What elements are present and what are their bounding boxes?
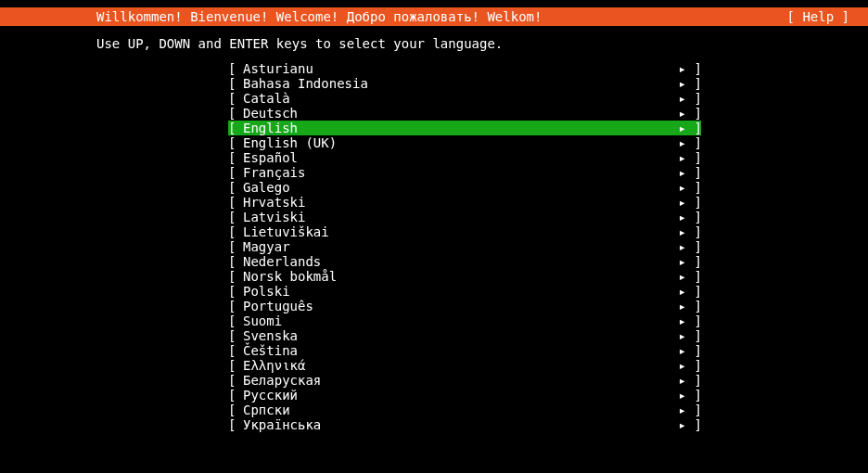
bracket-open: [ [228,181,243,194]
bracket-close: ] [686,359,701,372]
language-item[interactable]: [ Lietuviškai▸ ] [228,224,701,239]
language-label: Svenska [243,329,671,342]
bracket-close: ] [686,181,701,194]
bracket-open: [ [228,240,243,253]
bracket-close: ] [686,77,701,90]
language-label: Asturianu [243,62,671,75]
chevron-right-icon: ▸ [671,240,686,253]
chevron-right-icon: ▸ [671,181,686,194]
language-list: [ Asturianu▸ ][ Bahasa Indonesia▸ ][ Cat… [0,61,868,432]
language-item[interactable]: [ English▸ ] [228,121,701,135]
language-item[interactable]: [ Svenska▸ ] [228,328,701,343]
language-label: Українська [243,418,671,431]
bracket-close: ] [686,329,701,342]
bracket-open: [ [228,314,243,327]
language-item[interactable]: [ Suomi▸ ] [228,313,701,328]
language-item[interactable]: [ Ελληνικά▸ ] [228,358,701,373]
bracket-close: ] [686,344,701,357]
bracket-close: ] [686,92,701,105]
bracket-open: [ [228,121,243,134]
bracket-open: [ [228,225,243,238]
language-label: Беларуская [243,374,671,387]
language-label: Hrvatski [243,196,671,209]
bracket-close: ] [686,196,701,209]
language-item[interactable]: [ Asturianu▸ ] [228,61,701,76]
language-item[interactable]: [ Čeština▸ ] [228,343,701,358]
chevron-right-icon: ▸ [671,166,686,179]
bracket-open: [ [228,359,243,372]
language-item[interactable]: [ Українська▸ ] [228,417,701,432]
chevron-right-icon: ▸ [671,225,686,238]
bracket-open: [ [228,270,243,283]
bracket-open: [ [228,62,243,75]
chevron-right-icon: ▸ [671,285,686,298]
bracket-close: ] [686,211,701,224]
bracket-open: [ [228,151,243,164]
chevron-right-icon: ▸ [671,121,686,134]
language-label: Magyar [243,240,671,253]
bracket-open: [ [228,107,243,120]
bracket-close: ] [686,225,701,238]
bracket-close: ] [686,107,701,120]
bracket-close: ] [686,285,701,298]
language-item[interactable]: [ Español▸ ] [228,150,701,165]
language-item[interactable]: [ Српски▸ ] [228,403,701,417]
bracket-close: ] [686,374,701,387]
language-item[interactable]: [ Polski▸ ] [228,284,701,299]
language-item[interactable]: [ Português▸ ] [228,299,701,313]
bracket-open: [ [228,344,243,357]
bracket-close: ] [686,136,701,149]
bracket-open: [ [228,92,243,105]
language-label: English (UK) [243,136,671,149]
language-label: Русский [243,389,671,402]
chevron-right-icon: ▸ [671,359,686,372]
language-item[interactable]: [ Galego▸ ] [228,180,701,195]
bracket-open: [ [228,255,243,268]
chevron-right-icon: ▸ [671,196,686,209]
language-item[interactable]: [ Русский▸ ] [228,388,701,403]
language-label: Српски [243,403,671,416]
language-label: Suomi [243,314,671,327]
chevron-right-icon: ▸ [671,151,686,164]
language-label: Español [243,151,671,164]
bracket-open: [ [228,285,243,298]
chevron-right-icon: ▸ [671,300,686,313]
language-label: Bahasa Indonesia [243,77,671,90]
chevron-right-icon: ▸ [671,255,686,268]
bracket-close: ] [686,314,701,327]
language-label: Português [243,300,671,313]
bracket-close: ] [686,240,701,253]
language-item[interactable]: [ Latviski▸ ] [228,210,701,224]
chevron-right-icon: ▸ [671,92,686,105]
bracket-open: [ [228,196,243,209]
language-item[interactable]: [ Magyar▸ ] [228,239,701,254]
chevron-right-icon: ▸ [671,418,686,431]
language-item[interactable]: [ Hrvatski▸ ] [228,195,701,210]
bracket-close: ] [686,255,701,268]
language-item[interactable]: [ Norsk bokmål▸ ] [228,269,701,284]
language-item[interactable]: [ Беларуская▸ ] [228,373,701,388]
bracket-open: [ [228,211,243,224]
language-item[interactable]: [ English (UK)▸ ] [228,135,701,150]
bracket-close: ] [686,270,701,283]
help-button[interactable]: [ Help ] [787,10,851,23]
language-label: Català [243,92,671,105]
language-item[interactable]: [ Bahasa Indonesia▸ ] [228,76,701,91]
language-item[interactable]: [ Català▸ ] [228,91,701,106]
instruction-text: Use UP, DOWN and ENTER keys to select yo… [0,26,868,61]
language-label: Nederlands [243,255,671,268]
bracket-open: [ [228,300,243,313]
language-label: Norsk bokmål [243,270,671,283]
bracket-close: ] [686,389,701,402]
bracket-open: [ [228,166,243,179]
language-item[interactable]: [ Français▸ ] [228,165,701,180]
chevron-right-icon: ▸ [671,344,686,357]
chevron-right-icon: ▸ [671,314,686,327]
header-bar: Willkommen! Bienvenue! Welcome! Добро по… [0,7,868,26]
bracket-close: ] [686,403,701,416]
bracket-close: ] [686,151,701,164]
language-item[interactable]: [ Nederlands▸ ] [228,254,701,269]
language-item[interactable]: [ Deutsch▸ ] [228,106,701,121]
language-label: Polski [243,285,671,298]
chevron-right-icon: ▸ [671,389,686,402]
